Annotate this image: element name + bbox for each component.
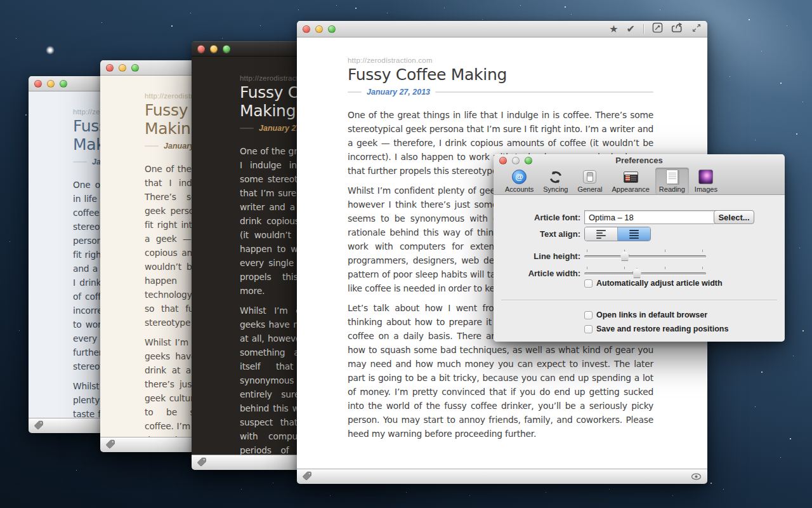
titlebar[interactable]: ★ ✔: [297, 21, 707, 37]
tab-reading[interactable]: Reading: [655, 168, 689, 194]
minimize-button[interactable]: [119, 64, 126, 72]
close-button[interactable]: [34, 80, 42, 88]
article-date: January 27, 2013: [367, 88, 430, 97]
general-icon: [582, 169, 598, 185]
article-dateline: January 27, 2013: [348, 88, 653, 97]
open-links-checkbox[interactable]: [584, 311, 593, 319]
minimize-button-disabled: [512, 157, 520, 164]
preferences-tab-bar: @ Accounts Syncing General Appearance Re…: [494, 167, 785, 195]
titlebar-toolbar: ★ ✔: [609, 21, 701, 37]
desktop: http://zerodistraction.com Fussy Coffee …: [0, 0, 812, 508]
tag-icon[interactable]: [197, 457, 207, 469]
zoom-button[interactable]: [223, 45, 230, 53]
traffic-lights: [34, 80, 67, 88]
bright-star: [46, 46, 55, 55]
tab-appearance[interactable]: Appearance: [608, 168, 653, 194]
align-justify-segment[interactable]: [617, 227, 650, 241]
preferences-titlebar[interactable]: Preferences: [494, 154, 785, 167]
open-links-checkbox-row[interactable]: Open links in default browser: [584, 311, 707, 319]
traffic-lights: [106, 64, 139, 72]
fullscreen-icon[interactable]: [692, 23, 701, 35]
appearance-icon: [623, 169, 639, 185]
edit-icon[interactable]: [652, 22, 663, 36]
text-align-label: Text align:: [494, 229, 580, 239]
traffic-lights: [303, 25, 336, 33]
align-justify-icon: [629, 230, 639, 239]
select-font-button[interactable]: Select...: [714, 210, 754, 224]
zoom-button[interactable]: [525, 157, 532, 164]
mark-read-check-icon[interactable]: ✔: [627, 24, 635, 34]
tab-images[interactable]: Images: [691, 168, 721, 194]
align-left-icon: [596, 230, 606, 239]
preferences-window[interactable]: Preferences @ Accounts Syncing General A…: [494, 154, 785, 342]
traffic-lights: [197, 45, 230, 53]
save-positions-checkbox-row[interactable]: Save and restore reading positions: [584, 324, 728, 333]
minimize-button[interactable]: [210, 45, 218, 53]
line-height-label: Line height:: [494, 251, 580, 261]
tab-general[interactable]: General: [573, 168, 606, 194]
visibility-eye-icon[interactable]: [691, 471, 702, 483]
line-height-slider-thumb[interactable]: [620, 251, 629, 261]
zoom-button[interactable]: [60, 80, 67, 88]
toolbar-divider: [643, 24, 644, 34]
article-source-url: http://zerodistraction.com: [348, 57, 653, 64]
article-width-slider-thumb[interactable]: [632, 268, 642, 278]
accounts-icon: @: [511, 169, 527, 185]
syncing-icon: [547, 169, 563, 185]
tab-accounts[interactable]: @ Accounts: [501, 168, 537, 194]
tag-icon[interactable]: [106, 439, 115, 451]
status-bar: [297, 469, 707, 484]
tab-syncing[interactable]: Syncing: [539, 168, 572, 194]
article-width-label: Article width:: [494, 269, 580, 278]
minimize-button[interactable]: [315, 25, 323, 33]
close-button[interactable]: [106, 64, 114, 72]
auto-width-checkbox-row[interactable]: Automatically adjust article width: [584, 279, 723, 288]
section-divider: [501, 300, 777, 300]
reading-icon: [664, 169, 680, 185]
article-title: Fussy Coffee Making: [348, 65, 653, 84]
line-height-slider[interactable]: [584, 255, 706, 258]
star-field-bright: [0, 0, 1, 1]
zoom-button[interactable]: [131, 64, 139, 72]
favorite-star-icon[interactable]: ★: [609, 24, 618, 34]
tag-icon[interactable]: [34, 420, 44, 432]
text-align-segmented-control: [584, 227, 651, 241]
save-positions-checkbox[interactable]: [584, 325, 593, 333]
article-font-label: Article font:: [494, 213, 580, 222]
images-icon: [698, 169, 714, 185]
article-width-slider[interactable]: [584, 272, 706, 275]
article-font-field[interactable]: [584, 210, 716, 224]
traffic-lights: [499, 157, 532, 164]
reading-preferences-pane: Article font: Select... Text align: Line…: [494, 195, 785, 342]
zoom-button[interactable]: [328, 25, 336, 33]
preferences-window-title: Preferences: [494, 154, 785, 167]
close-button[interactable]: [197, 45, 205, 53]
minimize-button[interactable]: [47, 80, 55, 88]
align-left-segment[interactable]: [585, 227, 617, 241]
auto-width-checkbox[interactable]: [584, 279, 593, 288]
share-icon[interactable]: [671, 22, 684, 36]
tag-icon[interactable]: [303, 471, 312, 483]
close-button[interactable]: [499, 157, 507, 164]
close-button[interactable]: [303, 25, 310, 33]
